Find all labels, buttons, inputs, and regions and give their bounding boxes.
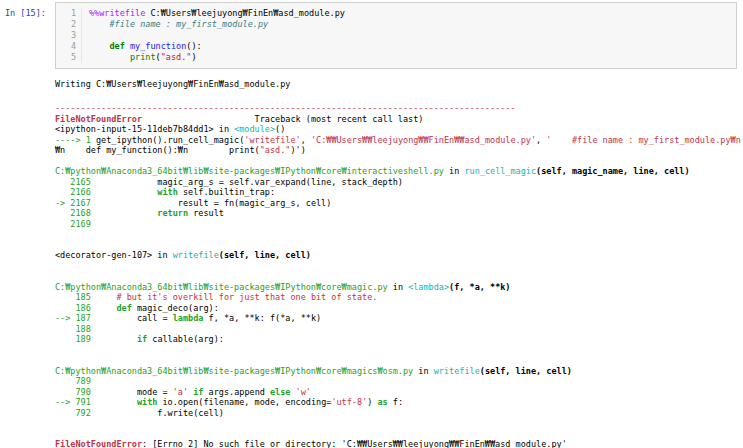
traceback-line: FileNotFoundError Traceback (most recent… [55,114,743,125]
traceback-line: ----------------------------------------… [55,103,743,114]
traceback-line: 792 f.write(cell) [55,408,743,419]
code-cell-input[interactable]: 1%%writefile C:₩Users₩leejuyong₩FinEn₩as… [55,2,737,69]
line-number: 5 [56,52,82,63]
traceback: ----------------------------------------… [55,103,743,448]
traceback-line: --> 791 with io.open(filename, mode, enc… [55,397,743,408]
traceback-line [55,345,743,356]
traceback-line [55,271,743,282]
traceback-line [55,429,743,440]
traceback-line: C:₩python₩Anaconda3_64bit₩lib₩site-packa… [55,166,743,177]
traceback-line: C:₩python₩Anaconda3_64bit₩lib₩site-packa… [55,366,743,377]
traceback-line: ----> 1 get_ipython().run_cell_magic('wr… [55,135,743,146]
code-line: 5 print("asd.") [56,52,732,63]
code-line: 4 def my_function(): [56,41,732,52]
traceback-line: -> 2167 result = fn(magic_arg_s, cell) [55,198,743,209]
traceback-line: 2169 [55,219,743,230]
code-cell: In [15]: 1%%writefile C:₩Users₩leejuyong… [0,0,743,69]
traceback-line [55,418,743,429]
traceback-line: 2168 return result [55,208,743,219]
prompt-spacer [0,79,55,90]
code-line: 3 [56,30,732,41]
traceback-line: ₩n def my_function():₩n print("asd.")') [55,145,743,156]
line-number: 4 [56,41,82,52]
traceback-line: <decorator-gen-107> in writefile(self, l… [55,250,743,261]
traceback-line: 790 mode = 'a' if args.append else 'w' [55,387,743,398]
traceback-line [55,355,743,366]
traceback-line: 186 def magic_deco(arg): [55,303,743,314]
traceback-line: FileNotFoundError: [Errno 2] No such fil… [55,439,743,448]
traceback-line: 2166 with self.builtin_trap: [55,187,743,198]
traceback-line: --> 187 call = lambda f, *a, **k: f(*a, … [55,313,743,324]
traceback-line [55,261,743,272]
traceback-line: 189 if callable(arg): [55,334,743,345]
traceback-line [55,156,743,167]
code-line: 2 #file name : my_first_module.py [56,19,732,30]
writefile-output-text: Writing C:₩Users₩leejuyong₩FinEn₩asd_mod… [55,79,290,90]
traceback-line: C:₩python₩Anaconda3_64bit₩lib₩site-packa… [55,282,743,293]
notebook-page: In [15]: 1%%writefile C:₩Users₩leejuyong… [0,0,743,448]
traceback-line: <ipython-input-15-11deb7b84dd1> in <modu… [55,124,743,135]
traceback-line: 188 [55,324,743,335]
line-number: 3 [56,30,82,41]
code-editor[interactable]: 1%%writefile C:₩Users₩leejuyong₩FinEn₩as… [56,8,732,63]
line-number: 2 [56,19,82,30]
cell-output-area: Writing C:₩Users₩leejuyong₩FinEn₩asd_mod… [0,79,743,90]
traceback-line: 789 [55,376,743,387]
line-number: 1 [56,8,82,19]
code-line: 1%%writefile C:₩Users₩leejuyong₩FinEn₩as… [56,8,732,19]
input-prompt: In [15]: [0,2,55,69]
traceback-line [55,229,743,240]
traceback-line [55,240,743,251]
traceback-line: 185 # but it's overkill for just that on… [55,292,743,303]
traceback-line: 2165 magic_arg_s = self.var_expand(line,… [55,177,743,188]
